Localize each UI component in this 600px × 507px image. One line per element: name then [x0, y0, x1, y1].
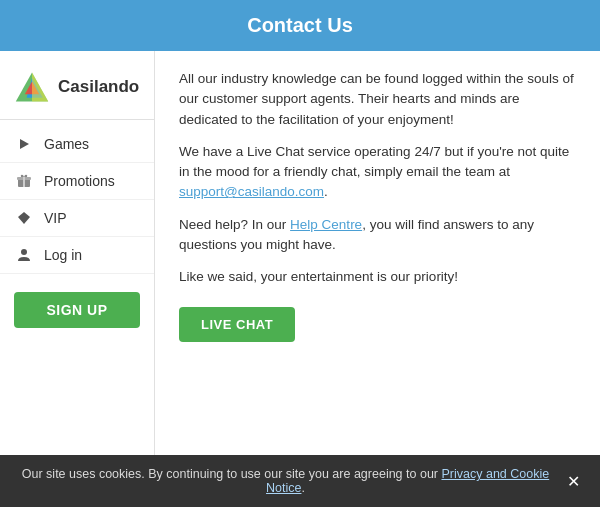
cookie-text: Our site uses cookies. By continuing to … — [20, 467, 551, 495]
cookie-suffix: . — [301, 481, 304, 495]
sidebar-item-vip[interactable]: VIP — [0, 200, 154, 237]
sidebar: Casilando Games — [0, 51, 155, 507]
main-area: Casilando Games — [0, 51, 600, 507]
sidebar-item-label: Promotions — [44, 173, 115, 189]
svg-point-9 — [21, 249, 27, 255]
svg-marker-3 — [32, 73, 48, 102]
para3-prefix: Need help? In our — [179, 217, 290, 232]
sidebar-item-label: Games — [44, 136, 89, 152]
sidebar-item-login[interactable]: Log in — [0, 237, 154, 274]
svg-rect-7 — [23, 177, 25, 187]
content-para-2: We have a Live Chat service operating 24… — [179, 142, 576, 203]
email-link[interactable]: support@casilando.com — [179, 184, 324, 199]
content-area: All our industry knowledge can be found … — [155, 51, 600, 507]
sidebar-item-promotions[interactable]: Promotions — [0, 163, 154, 200]
sidebar-item-games[interactable]: Games — [0, 126, 154, 163]
cookie-close-button[interactable]: ✕ — [567, 472, 580, 491]
play-icon — [14, 137, 34, 151]
logo-area: Casilando — [0, 61, 154, 120]
cookie-banner: Our site uses cookies. By continuing to … — [0, 455, 600, 507]
svg-marker-4 — [20, 139, 29, 149]
content-para-1: All our industry knowledge can be found … — [179, 69, 576, 130]
live-chat-button[interactable]: LIVE CHAT — [179, 307, 295, 342]
logo-icon — [14, 69, 50, 105]
svg-marker-8 — [18, 212, 30, 224]
cookie-prefix: Our site uses cookies. By continuing to … — [22, 467, 442, 481]
help-centre-link[interactable]: Help Centre — [290, 217, 362, 232]
para2-prefix: We have a Live Chat service operating 24… — [179, 144, 569, 179]
user-icon — [14, 247, 34, 263]
content-para-4: Like we said, your entertainment is our … — [179, 267, 576, 287]
sidebar-item-label: Log in — [44, 247, 82, 263]
logo-text: Casilando — [58, 77, 139, 97]
para2-suffix: . — [324, 184, 328, 199]
page-title: Contact Us — [247, 14, 353, 36]
sidebar-item-label: VIP — [44, 210, 67, 226]
gift-icon — [14, 173, 34, 189]
page-layout: Contact Us Casilando Games — [0, 0, 600, 507]
page-header: Contact Us — [0, 0, 600, 51]
diamond-icon — [14, 210, 34, 226]
signup-button[interactable]: SIGN UP — [14, 292, 140, 328]
content-para-3: Need help? In our Help Centre, you will … — [179, 215, 576, 256]
